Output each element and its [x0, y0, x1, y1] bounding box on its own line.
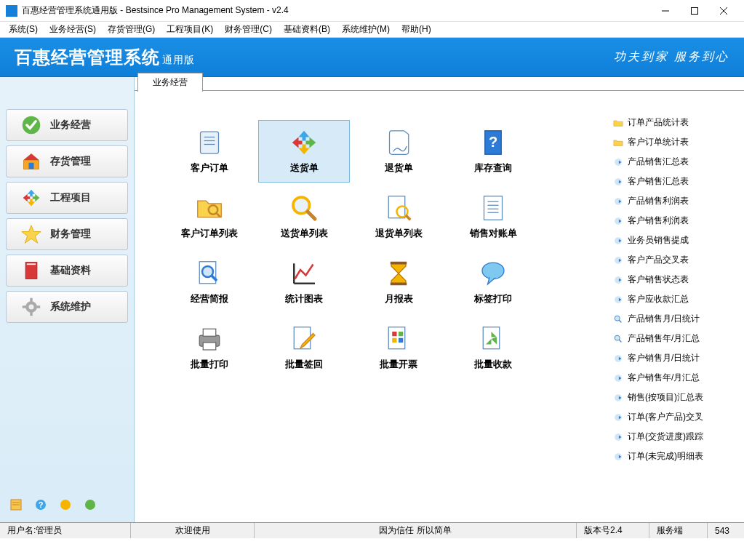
nav-button-0[interactable]: 业务经营: [6, 109, 128, 141]
grid-item-14[interactable]: 批量开票: [353, 316, 444, 379]
svg-rect-11: [30, 312, 33, 316]
menu-item[interactable]: 业务经营(S): [44, 22, 102, 37]
report-link-list: 订单产品统计表客户订单统计表产品销售汇总表客户销售汇总表产品销售利润表客户销售利…: [613, 91, 744, 522]
report-link-8[interactable]: 客户销售状态表: [613, 270, 737, 289]
link-label: 客户销售年/月汇总: [628, 372, 700, 384]
link-label: 客户产品交叉表: [628, 254, 689, 266]
grid-item-10[interactable]: 月报表: [353, 251, 444, 313]
arrow-b-icon: [613, 373, 623, 383]
arrow-b-icon: [613, 236, 623, 246]
svg-rect-34: [484, 196, 503, 220]
nav-button-2[interactable]: 工程项目: [6, 182, 128, 214]
bookhelp-icon: ?: [479, 128, 508, 157]
svg-rect-49: [203, 343, 216, 350]
grid-item-5[interactable]: 送货单列表: [258, 185, 350, 248]
nav-button-5[interactable]: 系统维护: [6, 291, 128, 323]
tab-active[interactable]: 业务经营: [137, 73, 203, 92]
report-link-15[interactable]: 订单(客户产品)交叉: [613, 407, 737, 427]
grid-item-4[interactable]: 客户订单列表: [164, 185, 255, 248]
report-link-11[interactable]: 产品销售年/月汇总: [613, 329, 737, 348]
grid-item-9[interactable]: 统计图表: [258, 251, 350, 313]
report-link-3[interactable]: 客户销售汇总表: [613, 172, 737, 191]
grid-item-7[interactable]: 销售对账单: [447, 185, 539, 248]
svg-rect-45: [391, 283, 407, 286]
scroll-icon: [195, 128, 224, 157]
report-link-2[interactable]: 产品销售汇总表: [613, 152, 737, 172]
svg-line-30: [308, 212, 315, 219]
grid-item-13[interactable]: 批量签回: [258, 316, 350, 379]
report-link-6[interactable]: 业务员销售提成: [613, 231, 737, 250]
folder-search-icon: [195, 193, 224, 223]
menu-item[interactable]: 帮助(H): [396, 22, 437, 37]
status-welcome: 欢迎使用: [131, 523, 255, 538]
sidebar: 业务经营存货管理工程项目财务管理基础资料系统维护 ?: [0, 77, 135, 522]
menu-item[interactable]: 基础资料(B): [278, 22, 336, 37]
nav-button-4[interactable]: 基础资料: [6, 255, 128, 287]
menu-item[interactable]: 财务管理(C): [219, 22, 278, 37]
svg-rect-5: [29, 163, 34, 169]
report-link-0[interactable]: 订单产品统计表: [613, 113, 737, 132]
mag-b-icon: [613, 334, 623, 344]
power-icon[interactable]: [84, 499, 96, 511]
svg-line-66: [619, 320, 621, 322]
nav-button-3[interactable]: 财务管理: [6, 218, 128, 250]
link-label: 销售(按项目)汇总表: [628, 391, 703, 404]
note-icon[interactable]: [10, 499, 22, 511]
link-label: 客户销售汇总表: [628, 175, 689, 188]
report-link-12[interactable]: 客户销售月/日统计: [613, 348, 737, 368]
refresh-icon[interactable]: [60, 499, 71, 511]
report-link-5[interactable]: 客户销售利润表: [613, 211, 737, 231]
grid-item-1[interactable]: 送货单: [258, 120, 350, 183]
grid-label: 标签打印: [474, 292, 512, 305]
report-link-7[interactable]: 客户产品交叉表: [613, 250, 737, 270]
status-bar: 用户名:管理员 欢迎使用 因为信任 所以简单 版本号2.4 服务端 543: [0, 522, 744, 538]
menu-item[interactable]: 系统维护(M): [336, 22, 396, 37]
menu-item[interactable]: 存货管理(G): [102, 22, 161, 37]
book-icon: [21, 260, 41, 281]
report-link-4[interactable]: 产品销售利润表: [613, 191, 737, 211]
grid-label: 批量打印: [191, 358, 228, 371]
svg-point-65: [615, 316, 620, 321]
menu-item[interactable]: 工程项目(K): [161, 22, 219, 37]
grid-item-12[interactable]: 批量打印: [164, 316, 255, 379]
svg-rect-21: [201, 132, 219, 153]
grid-label: 批量签回: [285, 358, 323, 371]
menu-item[interactable]: 系统(S): [3, 22, 44, 37]
nav-label: 存货管理: [50, 155, 91, 168]
function-grid: 客户订单送货单退货单?库存查询客户订单列表送货单列表退货单列表销售对账单经营简报…: [164, 120, 613, 382]
arrow-b-icon: [613, 452, 623, 462]
help-icon[interactable]: ?: [35, 499, 47, 511]
report-link-13[interactable]: 客户销售年/月汇总: [613, 368, 737, 388]
report-link-17[interactable]: 订单(未完成)明细表: [613, 447, 737, 466]
arrow-b-icon: [613, 157, 623, 167]
grid-item-0[interactable]: 客户订单: [164, 120, 255, 183]
report-link-9[interactable]: 客户应收款汇总: [613, 289, 737, 309]
report-link-10[interactable]: 产品销售月/日统计: [613, 309, 737, 329]
svg-point-20: [85, 500, 95, 510]
grid-item-6[interactable]: 退货单列表: [353, 185, 444, 248]
report-link-1[interactable]: 客户订单统计表: [613, 132, 737, 152]
nav-label: 系统维护: [50, 300, 91, 313]
grid-item-2[interactable]: 退货单: [353, 120, 444, 183]
close-button[interactable]: [709, 1, 738, 21]
grid-item-3[interactable]: ?库存查询: [447, 120, 539, 183]
grid-label: 批量开票: [380, 358, 417, 371]
svg-rect-44: [391, 262, 407, 265]
maximize-button[interactable]: [680, 1, 709, 21]
svg-rect-7: [27, 263, 36, 265]
app-icon: [6, 5, 17, 17]
grid-item-15[interactable]: 批量收款: [447, 316, 539, 379]
arrow-b-icon: [613, 393, 623, 403]
svg-line-33: [406, 215, 410, 220]
window-title: 百惠经营管理系统通用版 - Bestsince Pro Management S…: [22, 4, 651, 17]
minimize-button[interactable]: [651, 1, 680, 21]
report-link-14[interactable]: 销售(按项目)汇总表: [613, 388, 737, 407]
link-label: 客户销售利润表: [628, 215, 689, 227]
status-motto: 因为信任 所以简单: [255, 523, 577, 538]
arrow-b-icon: [613, 295, 623, 305]
report-link-16[interactable]: 订单(交货进度)跟踪: [613, 427, 737, 447]
grid-item-11[interactable]: 标签打印: [447, 251, 539, 313]
nav-button-1[interactable]: 存货管理: [6, 145, 128, 177]
grid-item-8[interactable]: 经营简报: [164, 251, 255, 313]
arrow-b-icon: [613, 177, 623, 187]
